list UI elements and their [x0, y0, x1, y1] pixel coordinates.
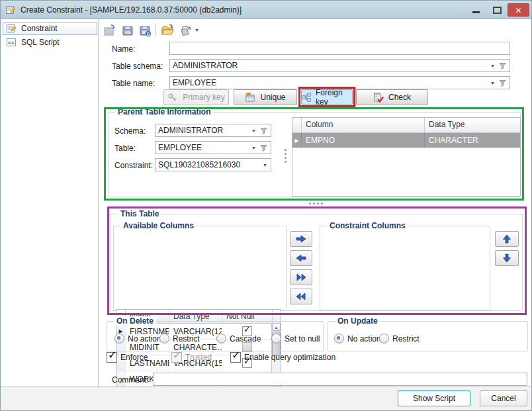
row-selector-cell: ▶ [292, 133, 302, 148]
svg-text:<>: <> [8, 40, 15, 46]
chevron-down-icon[interactable]: ▼ [263, 163, 267, 167]
arrow-left-icon [295, 253, 307, 263]
cancel-button[interactable]: Cancel [480, 390, 527, 406]
on-delete-cascade-radio[interactable]: Cascade [216, 334, 261, 343]
radio-label: Restrict [392, 334, 420, 343]
sidebar-item-sql-script[interactable]: <> SQL Script [3, 36, 97, 49]
chevron-down-icon[interactable]: ▼ [490, 81, 495, 85]
move-left-button[interactable] [290, 250, 312, 266]
enforce-checkbox[interactable]: ✓ Enforce [107, 352, 148, 363]
check-constraint-icon [373, 92, 384, 103]
filter-icon[interactable] [499, 62, 506, 69]
arrow-right-icon [295, 234, 307, 244]
filter-icon[interactable] [260, 127, 267, 134]
window-icon [5, 5, 16, 15]
minimize-button[interactable] [467, 3, 484, 16]
save-to-database-icon: D [138, 23, 152, 38]
radio-icon [114, 334, 124, 343]
on-delete-no-action-radio[interactable]: No action [114, 334, 161, 343]
parent-schema-label: Schema: [114, 126, 146, 136]
column-header[interactable]: Data Type [425, 118, 520, 132]
chevron-down-icon[interactable]: ▼ [251, 146, 256, 150]
svg-text:D: D [146, 31, 150, 36]
primary-key-button[interactable]: Primary key [163, 89, 229, 105]
sidebar-item-label: SQL Script [21, 38, 60, 47]
toolbar-save-button[interactable] [119, 22, 136, 38]
vertical-splitter-handle[interactable] [285, 149, 287, 163]
toolbar-open-button[interactable] [159, 22, 175, 38]
check-icon: ✓ [173, 349, 181, 361]
parent-table-group-title: Parent Table Information [115, 107, 213, 116]
enable-query-optimization-checkbox[interactable]: ✓ Enable query optimization [230, 352, 335, 363]
arrow-up-icon [502, 234, 511, 244]
filter-icon[interactable] [499, 79, 506, 87]
horizontal-splitter-handle[interactable] [309, 203, 323, 205]
check-label: Check [388, 93, 411, 102]
column-header[interactable]: Column [302, 118, 425, 132]
toolbar-dropdown-chevron-icon[interactable]: ▼ [195, 28, 199, 32]
cell-data-type: CHARACTER [425, 133, 520, 148]
sidebar-item-constraint[interactable]: Constraint [3, 22, 97, 35]
toolbar-save-db-button[interactable]: D [136, 22, 153, 38]
name-input[interactable] [169, 42, 510, 55]
radio-icon [159, 334, 169, 343]
grid-corner-cell [292, 118, 302, 132]
double-arrow-right-icon [295, 273, 307, 282]
create-constraint-dialog: Create Constraint - [SAMPLE/192.168.0.37… [0, 0, 532, 411]
parent-columns-grid[interactable]: Column Data Type ▶ EMPNO CHARACTER [292, 117, 521, 197]
on-delete-set-to-null-radio[interactable]: Set to null [271, 334, 320, 343]
unique-icon [245, 92, 255, 103]
parent-constraint-combo[interactable]: SQL190321085216030 ▼ [155, 158, 271, 171]
foreign-key-button[interactable]: Foreign key [301, 89, 353, 105]
radio-label: Set to null [285, 334, 320, 343]
parent-table-value: EMPLOYEE [158, 143, 247, 152]
trusted-label: Trusted [185, 353, 212, 362]
check-icon: ✓ [232, 349, 240, 361]
check-icon: ✓ [108, 349, 116, 361]
checkbox-icon: ✓ [107, 352, 117, 363]
move-all-left-button[interactable] [290, 289, 312, 304]
trusted-checkbox[interactable]: ✓ Trusted [171, 352, 212, 363]
on-update-restrict-radio[interactable]: Restrict [379, 334, 420, 343]
minimize-icon [472, 11, 480, 13]
radio-icon [379, 334, 389, 343]
comment-input[interactable] [153, 373, 527, 386]
primary-key-icon [167, 92, 178, 103]
on-update-no-action-radio[interactable]: No action [334, 334, 381, 343]
parent-schema-combo[interactable]: ADMINISTRATOR ▼ [155, 124, 271, 137]
move-all-right-button[interactable] [290, 269, 312, 285]
table-name-label: Table name: [112, 79, 155, 88]
parent-table-combo[interactable]: EMPLOYEE ▼ [155, 141, 271, 154]
chevron-down-icon[interactable]: ▼ [251, 128, 256, 133]
window-title: Create Constraint - [SAMPLE/192.168.0.37… [21, 5, 242, 15]
toolbar-format-button[interactable] [177, 22, 193, 38]
table-schema-combo[interactable]: ADMINISTRATOR ▼ [169, 59, 510, 72]
available-columns-title: Available Columns [120, 221, 197, 230]
on-delete-title: On Delete [114, 316, 156, 326]
checkbox-icon: ✓ [230, 352, 241, 363]
table-schema-value: ADMINISTRATOR [173, 61, 486, 70]
format-script-icon [178, 23, 193, 38]
primary-key-label: Primary key [183, 93, 224, 102]
move-down-button[interactable] [495, 250, 519, 266]
radio-label: Cascade [230, 334, 261, 343]
table-row[interactable]: ▶ EMPNO CHARACTER [292, 133, 520, 148]
toolbar-new-object-button[interactable] [101, 22, 118, 38]
move-up-button[interactable] [495, 231, 519, 247]
comment-label: Comment: [112, 375, 148, 385]
move-right-button[interactable] [290, 231, 312, 247]
unique-button[interactable]: Unique [234, 89, 297, 105]
titlebar: Create Constraint - [SAMPLE/192.168.0.37… [1, 1, 531, 19]
on-update-title: On Update [335, 316, 380, 326]
foreign-key-label: Foreign key [316, 88, 352, 107]
chevron-down-icon[interactable]: ▼ [490, 64, 495, 68]
maximize-button[interactable] [493, 7, 502, 14]
check-button[interactable]: Check [356, 89, 428, 105]
on-delete-restrict-radio[interactable]: Restrict [159, 334, 200, 343]
parent-constraint-label: Constraint: [114, 161, 153, 170]
filter-icon[interactable] [260, 144, 267, 152]
close-button[interactable]: ✕ [508, 3, 529, 17]
show-script-button[interactable]: Show Script [398, 390, 470, 406]
unique-label: Unique [260, 93, 285, 102]
radio-icon [271, 334, 281, 343]
